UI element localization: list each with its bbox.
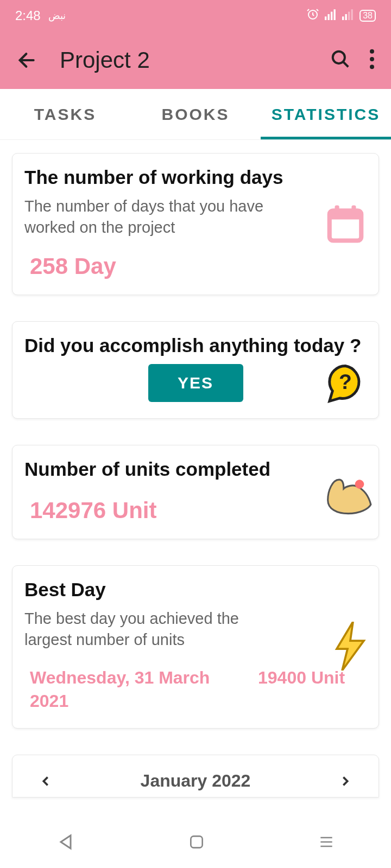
card-title: Did you accomplish anything today ? [24,335,367,356]
card-units: Number of units completed 142976 Unit [12,445,379,539]
svg-rect-5 [342,16,344,20]
card-title: Best Day [24,579,367,601]
muscle-icon [319,464,373,520]
svg-rect-3 [331,12,332,20]
best-day-units: 19400 Unit [258,666,367,713]
signal2-icon [342,8,354,23]
card-title: The number of working days [24,167,367,188]
svg-rect-7 [348,12,350,20]
card-today: Did you accomplish anything today ? YES … [12,321,379,419]
svg-point-10 [370,49,374,54]
card-subtitle: The number of days that you have worked … [24,196,280,238]
best-day-date: Wednesday, 31 March 2021 [30,666,236,713]
tab-tasks[interactable]: TASKS [0,89,130,139]
month-label: January 2022 [141,771,251,791]
status-notif-label: نبض [48,10,66,22]
content-scroll[interactable]: The number of working days The number of… [0,140,391,797]
signal-icon [325,8,337,23]
nav-recents-button[interactable] [318,833,335,853]
battery-icon: 38 [360,10,376,22]
card-subtitle: The best day you achieved the largest nu… [24,608,280,650]
svg-rect-2 [328,14,330,20]
page-title: Project 2 [43,47,330,73]
tab-books[interactable]: BOOKS [130,89,261,139]
tab-bar: TASKS BOOKS STATISTICS [0,89,391,140]
calendar-icon [324,202,367,246]
card-best-day: Best Day The best day you achieved the l… [12,565,379,729]
svg-text:?: ? [339,370,352,393]
card-title: Number of units completed [24,458,367,480]
nav-back-button[interactable] [56,832,75,854]
calendar-header: January 2022 [12,755,379,797]
svg-point-9 [333,52,345,63]
lightning-icon [334,622,367,673]
card-working-days: The number of working days The number of… [12,153,379,295]
alarm-icon [306,8,319,24]
svg-rect-4 [334,9,336,20]
tab-statistics[interactable]: STATISTICS [261,89,391,139]
svg-rect-15 [335,206,339,214]
svg-rect-16 [351,206,356,214]
status-time: 2:48 [15,8,41,23]
more-button[interactable] [369,49,375,72]
back-button[interactable] [11,49,43,71]
working-days-value: 258 Day [24,253,367,279]
prev-month-button[interactable] [40,770,52,792]
svg-rect-18 [191,836,202,847]
yes-button[interactable]: YES [148,364,243,402]
svg-rect-14 [330,210,362,219]
search-button[interactable] [330,49,351,72]
system-nav-bar [0,818,391,868]
nav-home-button[interactable] [188,833,205,853]
svg-rect-1 [325,16,326,20]
svg-point-11 [370,57,374,61]
svg-rect-6 [345,14,347,20]
units-value: 142976 Unit [24,497,367,524]
app-bar: Project 2 [0,31,391,89]
svg-point-12 [370,65,374,69]
svg-rect-8 [351,9,353,20]
next-month-button[interactable] [339,770,351,792]
question-icon: ? [324,362,367,407]
status-bar: 2:48 نبض 38 [0,0,391,31]
